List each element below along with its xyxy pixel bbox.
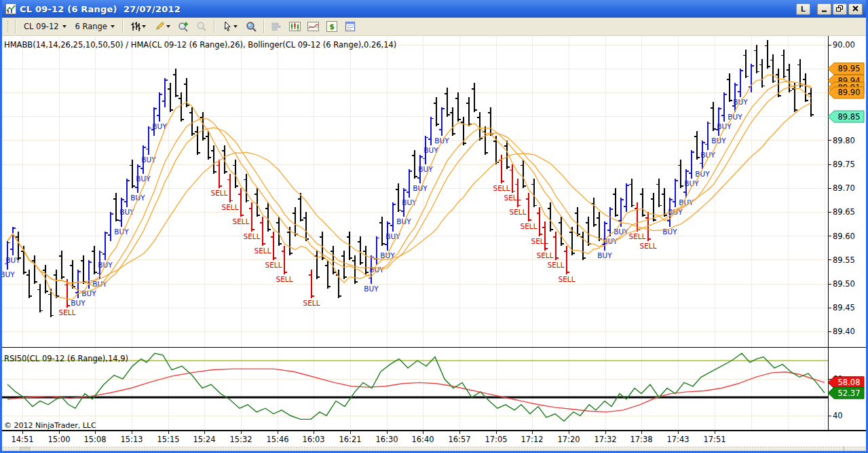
bar-chart-style-icon (130, 21, 140, 32)
chevron-down-icon (233, 25, 238, 28)
chevron-down-icon (142, 25, 146, 28)
zoom-out-button[interactable] (193, 19, 210, 34)
time-axis-label: 16:57 (448, 435, 470, 444)
last-price-tag-label: 89.85 (838, 112, 861, 122)
minimize-icon (821, 6, 828, 12)
time-axis-label: 15:32 (229, 435, 252, 444)
chart-trader-icon (271, 21, 282, 32)
toolbar-separator (214, 20, 215, 33)
buy-signal-label: BUY (733, 98, 748, 106)
zoom-out-icon (196, 21, 207, 32)
scrollbar-divider (844, 446, 844, 452)
time-axis-label: 17:38 (630, 435, 652, 444)
time-axis-label: 17:43 (666, 435, 689, 444)
scrollbar-thumb[interactable] (20, 447, 30, 452)
restore-icon (836, 5, 844, 12)
time-axis-label: 15:13 (120, 435, 143, 444)
price-axis-label: 89.80 (833, 136, 855, 145)
bars-panel-button[interactable] (287, 19, 303, 34)
interval-select[interactable]: 6 Range (72, 20, 118, 33)
band-price-tag-label: 89.95 (838, 64, 861, 73)
time-axis-label: 15:46 (266, 435, 288, 444)
price-axis-label: 89.40 (833, 327, 855, 336)
buy-signal-label: BUY (364, 285, 379, 293)
cursor-arrow-icon (223, 21, 232, 32)
chart-style-button[interactable] (128, 19, 149, 34)
band-price-tag-label: 89.90 (838, 88, 861, 97)
toolbar-grip-handle[interactable] (7, 20, 9, 33)
close-button[interactable] (848, 3, 863, 15)
buy-signal-label: BUY (71, 299, 86, 307)
chart-window-icon (5, 3, 16, 14)
dollar-glyph: $ (329, 22, 335, 31)
time-axis-label: 16:21 (339, 435, 361, 444)
buy-signal-label: BUY (136, 175, 151, 183)
time-axis-label: 15:24 (193, 435, 215, 444)
sell-signal-label: SELL (222, 203, 239, 211)
title-bar[interactable]: CL 09-12 (6 Range) 27/07/2012 L (2, 0, 866, 18)
time-axis-label: 17:12 (521, 435, 543, 444)
sell-signal-label: SELL (640, 242, 657, 250)
drawing-tools-button[interactable] (151, 19, 173, 34)
link-button[interactable]: L (796, 3, 810, 15)
restore-button[interactable] (833, 3, 847, 15)
time-axis-label: 15:00 (48, 435, 70, 444)
price-axis-label: 89.75 (833, 160, 855, 169)
window-controls: L (796, 3, 863, 15)
pencil-icon (154, 21, 165, 32)
toolbar-separator (15, 20, 16, 33)
main-indicator-label: HMABB(14,14,26,25,10,50,50) / HMA(CL 09-… (4, 40, 396, 50)
window-title: CL 09-12 (6 Range) 27/07/2012 (20, 4, 793, 14)
sell-signal-label: SELL (537, 251, 554, 259)
toolbar-separator (122, 20, 124, 33)
chart-area: BUYBUYSELLBUYBUYBUYBUYBUYBUYBUYBUYBUYBUY… (2, 36, 866, 452)
time-axis-label: 17:51 (703, 435, 725, 444)
price-axis-label: 89.55 (833, 255, 855, 265)
chart-canvas[interactable]: BUYBUYSELLBUYBUYBUYBUYBUYBUYBUYBUYBUYBUY… (2, 36, 866, 446)
rsi-avg-line (7, 369, 825, 412)
buy-signal-label: BUY (695, 170, 710, 178)
sell-signal-label: SELL (265, 261, 282, 269)
sell-signal-label: SELL (493, 184, 510, 192)
zoom-in-button[interactable] (175, 19, 191, 34)
sell-signal-label: SELL (559, 275, 575, 283)
chevron-down-icon (111, 25, 115, 28)
copyright-label: © 2012 NinjaTrader, LLC (4, 421, 96, 430)
time-axis-label: 17:05 (485, 435, 507, 444)
instrument-select[interactable]: CL 09-12 (20, 20, 70, 33)
time-axis-label: 16:03 (302, 435, 324, 444)
sell-signal-label: SELL (244, 232, 261, 240)
price-axis-label: 90.00 (833, 40, 855, 50)
sell-signal-label: SELL (59, 308, 76, 316)
buy-signal-label: BUY (418, 165, 433, 173)
sell-signal-label: SELL (303, 299, 320, 307)
interval-label: 6 Range (75, 22, 107, 31)
indicator-chart-icon (307, 21, 319, 32)
zoom-in-icon (178, 21, 189, 32)
sell-signal-label: SELL (276, 275, 293, 283)
properties-button[interactable] (342, 19, 358, 34)
minimize-button[interactable] (817, 3, 831, 15)
rsi-value-tag-label: 52.37 (838, 388, 861, 398)
indicators-button[interactable] (305, 19, 322, 34)
buy-signal-label: BUY (711, 137, 726, 145)
time-axis-label: 16:40 (411, 435, 434, 444)
buy-signal-label: BUY (597, 251, 612, 259)
chart-trader-dollar-button[interactable]: $ (324, 19, 340, 34)
cursor-button[interactable] (219, 19, 241, 34)
data-box-button[interactable] (243, 19, 259, 34)
price-axis-label: 89.45 (833, 303, 855, 312)
horizontal-scrollbar[interactable] (2, 446, 866, 452)
chevron-down-icon (62, 25, 67, 28)
chart-trader-button[interactable] (269, 19, 285, 34)
sell-signal-label: SELL (254, 247, 271, 255)
price-axis-label: 89.70 (833, 183, 855, 193)
magnifier-icon (246, 21, 257, 32)
buy-signal-label: BUY (2, 270, 15, 278)
chart-window: CL 09-12 (6 Range) 27/07/2012 L CL 09-12… (0, 0, 868, 453)
sell-signal-label: SELL (233, 217, 250, 225)
price-axis-label: 89.65 (833, 207, 855, 217)
sell-signal-label: SELL (629, 232, 646, 240)
time-axis-label: 16:30 (375, 435, 398, 444)
time-axis-label: 15:08 (83, 435, 106, 444)
